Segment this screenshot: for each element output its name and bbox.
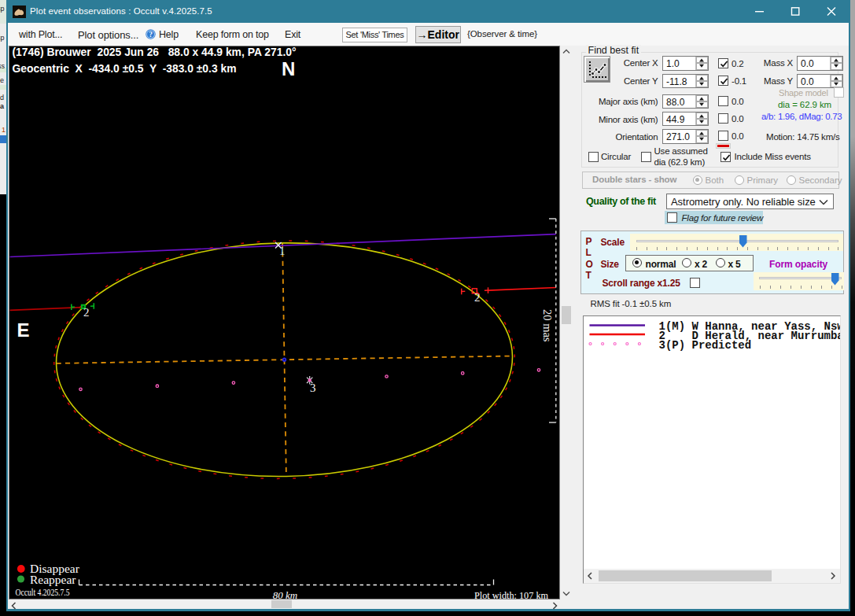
svg-text:2: 2	[83, 306, 90, 319]
svg-text:3(P) Predicted: 3(P) Predicted	[659, 339, 752, 352]
svg-text:(1746) Brouwer 2025 Jun 26: (1746) Brouwer 2025 Jun 26 88.0 x 44.9 k…	[12, 46, 296, 58]
svg-text:N: N	[282, 58, 295, 79]
svg-text:Geocentric X -434.0 ±0.5 Y: Geocentric X -434.0 ±0.5 Y -383.0 ±0.3 k…	[12, 61, 236, 74]
svg-text:3: 3	[310, 382, 316, 394]
svg-text:Reappear: Reappear	[30, 572, 76, 585]
svg-text:E: E	[17, 319, 29, 340]
svg-text:Occult 4.2025.7.5: Occult 4.2025.7.5	[15, 588, 69, 597]
svg-text:?: ?	[149, 31, 153, 39]
svg-text:2: 2	[474, 290, 481, 303]
svg-text:80 km: 80 km	[272, 588, 297, 599]
svg-text:Plot width: 107 km: Plot width: 107 km	[474, 589, 548, 599]
svg-text:1: 1	[279, 245, 286, 257]
svg-text:20 mas: 20 mas	[541, 309, 554, 342]
